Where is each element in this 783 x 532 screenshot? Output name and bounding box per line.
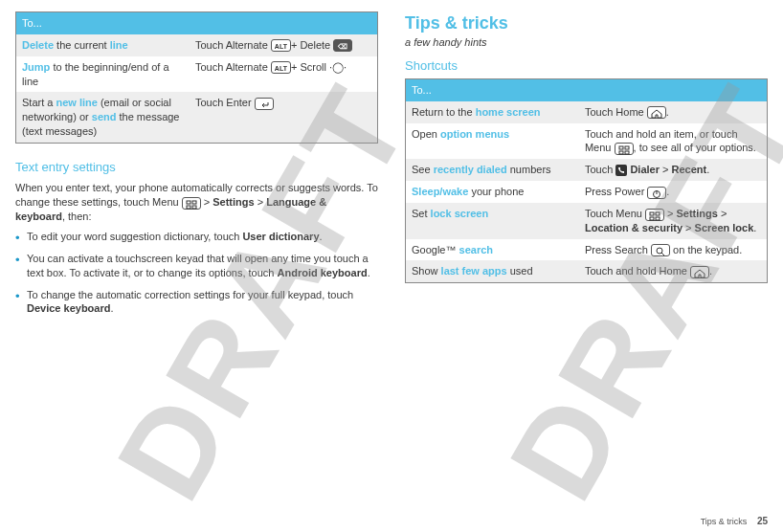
table-row: Start a new line (email or social networ… (16, 92, 378, 143)
right-table-header: To... (406, 78, 768, 100)
table-row: Show last few apps usedTouch and hold Ho… (406, 260, 768, 282)
shortcuts-heading: Shortcuts (405, 57, 768, 75)
list-item: You can activate a touchscreen keyad tha… (15, 252, 378, 280)
row-action: See recently dialed numbers (406, 159, 579, 181)
row-instruction: Touch Dialer > Recent. (579, 159, 768, 181)
table-row: Delete the current lineTouch Alternate A… (16, 34, 378, 56)
key-icon: ALT (271, 39, 291, 52)
row-instruction: Touch and hold an item, or touch Menu , … (579, 123, 768, 160)
row-action: Sleep/wake your phone (406, 181, 579, 203)
footer-label: Tips & tricks (701, 517, 748, 526)
svg-rect-0 (187, 201, 190, 204)
menu-icon (645, 209, 664, 221)
row-action: Open option menus (406, 123, 579, 160)
home-icon (690, 266, 709, 278)
page-title: Tips & tricks (405, 11, 768, 34)
table-row: Set lock screenTouch Menu > Settings > L… (406, 203, 768, 239)
svg-rect-11 (656, 212, 660, 215)
right-table: To... Return to the home screenTouch Hom… (405, 78, 768, 283)
svg-line-15 (661, 253, 664, 255)
menu-icon (182, 197, 201, 210)
table-row: Google™ searchPress Search on the keypad… (406, 239, 768, 261)
svg-rect-2 (187, 206, 190, 209)
row-instruction: Touch Home . (579, 101, 768, 123)
power-icon (647, 187, 666, 199)
dialer-icon (615, 165, 627, 176)
table-row: Sleep/wake your phonePress Power . (406, 181, 768, 203)
row-action: Google™ search (406, 239, 579, 261)
enter-icon (255, 98, 274, 110)
row-instruction: Press Search on the keypad. (579, 239, 768, 261)
svg-rect-3 (192, 206, 196, 209)
right-column: Tips & tricks a few handy hints Shortcut… (405, 11, 768, 323)
settings-bullets: To edit your word suggestion dictionary,… (15, 230, 378, 316)
table-row: Jump to the beginning/end of a lineTouch… (16, 56, 378, 93)
row-instruction: Press Power . (579, 181, 768, 203)
page-subtitle: a few handy hints (405, 36, 768, 48)
row-action: Jump to the beginning/end of a line (16, 56, 190, 93)
row-action: Show last few apps used (406, 260, 579, 282)
key-icon: ALT (271, 61, 291, 74)
row-action: Set lock screen (406, 203, 579, 239)
text-entry-heading: Text entry settings (15, 159, 378, 176)
menu-icon (615, 143, 634, 155)
home-icon (647, 106, 666, 119)
row-instruction: Touch Alternate ALT+ Delete ⌫ (190, 34, 378, 56)
search-icon (651, 244, 670, 256)
row-instruction: Touch and hold Home . (579, 260, 768, 282)
footer-page: 25 (757, 516, 768, 526)
settings-paragraph: When you enter text, your phone automati… (15, 181, 378, 224)
table-row: See recently dialed numbersTouch Dialer … (406, 159, 768, 181)
row-instruction: Touch Alternate ALT+ Scroll ·◯· (190, 56, 378, 93)
list-item: To change the automatic correction setti… (15, 288, 378, 317)
svg-rect-7 (625, 151, 629, 154)
left-table-header: To... (16, 12, 378, 34)
svg-rect-13 (656, 217, 660, 220)
list-item: To edit your word suggestion dictionary,… (15, 230, 378, 244)
svg-rect-4 (619, 146, 623, 149)
key-icon: ⌫ (333, 39, 352, 52)
table-row: Open option menusTouch and hold an item,… (406, 123, 768, 160)
row-action: Start a new line (email or social networ… (16, 92, 190, 143)
row-action: Delete the current line (16, 34, 190, 56)
left-column: To... Delete the current lineTouch Alter… (15, 11, 378, 323)
row-instruction: Touch Enter (190, 92, 378, 143)
left-table: To... Delete the current lineTouch Alter… (15, 11, 378, 144)
row-action: Return to the home screen (406, 101, 579, 123)
scroll-icon: ·◯· (329, 60, 347, 75)
row-instruction: Touch Menu > Settings > Location & secur… (579, 203, 768, 239)
svg-rect-5 (625, 146, 629, 149)
svg-rect-6 (619, 151, 623, 154)
svg-rect-10 (650, 212, 654, 215)
svg-rect-12 (650, 217, 654, 220)
table-row: Return to the home screenTouch Home . (406, 101, 768, 123)
footer: Tips & tricks 25 (701, 516, 768, 526)
svg-rect-1 (192, 201, 196, 204)
